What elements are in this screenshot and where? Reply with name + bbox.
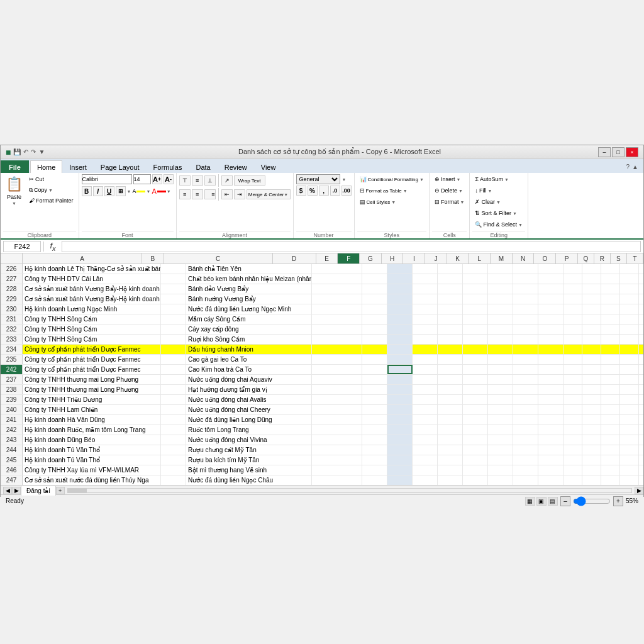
cell-i[interactable] (463, 294, 488, 304)
cell-k[interactable] (513, 425, 538, 435)
cell-k[interactable] (513, 475, 538, 485)
cell-f[interactable] (387, 264, 413, 274)
tab-view[interactable]: View (254, 160, 283, 173)
cell-g[interactable] (413, 445, 438, 455)
tab-formulas[interactable]: Formulas (147, 160, 189, 173)
cell-j[interactable] (488, 284, 513, 294)
col-header-j[interactable]: J (425, 253, 447, 264)
cell-n[interactable] (582, 415, 601, 425)
cell-n[interactable] (582, 385, 601, 394)
cell-e[interactable] (362, 435, 387, 445)
cell-n[interactable] (582, 405, 601, 414)
cell-m[interactable] (564, 274, 582, 284)
cell-k[interactable] (513, 415, 538, 425)
cell-o[interactable] (601, 284, 620, 294)
cell-p[interactable] (620, 395, 639, 404)
cell-k[interactable] (513, 365, 538, 374)
cell-i[interactable] (463, 304, 488, 314)
cell-g[interactable] (413, 395, 438, 404)
cell-p[interactable] (620, 475, 639, 485)
fill-dropdown[interactable]: ▼ (487, 189, 492, 193)
cell-f[interactable] (387, 294, 413, 304)
align-bottom-button[interactable]: ⊥ (204, 175, 216, 186)
cell-g[interactable] (413, 335, 438, 344)
cell-c[interactable]: Rượu ba kích tím Mỹ Tân (186, 455, 312, 465)
cell-d[interactable] (312, 475, 362, 485)
col-header-h[interactable]: H (382, 253, 404, 264)
cell-n[interactable] (582, 375, 601, 384)
cell-i[interactable] (463, 475, 488, 485)
table-row[interactable]: 239 Công ty TNHH Triều Dương Nước uống đ… (1, 395, 643, 405)
cell-m[interactable] (564, 375, 582, 384)
cell-e[interactable] (362, 385, 387, 394)
page-layout-view-button[interactable]: ▣ (536, 497, 547, 506)
sheet-tab-dang-tai[interactable]: Đăng tải (21, 486, 56, 496)
cell-k[interactable] (513, 445, 538, 455)
cell-g[interactable] (413, 365, 438, 374)
tab-page-layout[interactable]: Page Layout (94, 160, 147, 173)
cell-h[interactable] (438, 294, 463, 304)
cell-g[interactable] (413, 314, 438, 324)
cell-a[interactable]: Công ty TNHH DTV Cái Lân (23, 274, 161, 284)
cell-i[interactable] (463, 465, 488, 475)
col-header-t[interactable]: T (627, 253, 643, 264)
table-row[interactable]: 242 Hộ kinh doanh Ruốc, mắm tôm Long Tra… (1, 425, 643, 435)
cell-c[interactable]: Bánh dẻo Vương Bẩy (186, 284, 312, 294)
cell-a[interactable]: Hộ kinh doanh Hà Văn Dũng (23, 415, 161, 425)
cell-m[interactable] (564, 415, 582, 425)
cell-h[interactable] (438, 415, 463, 425)
cell-c[interactable]: Ruợi kho Sông Cầm (186, 335, 312, 344)
cell-o[interactable] (601, 445, 620, 455)
cell-p[interactable] (620, 264, 639, 274)
cell-e[interactable] (362, 274, 387, 284)
cell-g[interactable] (413, 274, 438, 284)
cell-j[interactable] (488, 475, 513, 485)
cell-b[interactable] (161, 365, 186, 374)
cell-k[interactable] (513, 455, 538, 465)
cell-m[interactable] (564, 475, 582, 485)
increase-decimal-button[interactable]: .00 (341, 186, 352, 196)
find-select-button[interactable]: 🔍 Find & Select ▼ (472, 219, 525, 230)
cell-i[interactable] (463, 365, 488, 374)
clear-dropdown[interactable]: ▼ (496, 200, 501, 204)
border-dropdown[interactable]: ▼ (127, 189, 131, 194)
cell-f[interactable] (387, 335, 413, 344)
cell-g[interactable] (413, 425, 438, 435)
cell-m[interactable] (564, 294, 582, 304)
col-header-f[interactable]: F (338, 253, 360, 264)
table-row[interactable]: 233 Công ty TNHH Sông Cầm Ruợi kho Sông … (1, 335, 643, 345)
cell-n[interactable] (582, 395, 601, 404)
table-row[interactable]: 230 Hộ kinh doanh Lương Ngọc Minh Nước đ… (1, 304, 643, 314)
cell-l[interactable] (538, 335, 564, 344)
cell-d[interactable] (312, 335, 362, 344)
next-sheet-button[interactable]: ▶ (12, 487, 21, 494)
cell-a[interactable]: Công ty TNHH Sông Cầm (23, 335, 161, 344)
cell-p[interactable] (620, 465, 639, 475)
cell-b[interactable] (161, 345, 186, 354)
cell-n[interactable] (582, 325, 601, 334)
cell-d[interactable] (312, 304, 362, 314)
cell-m[interactable] (564, 355, 582, 364)
cell-h[interactable] (438, 425, 463, 435)
col-header-a[interactable]: A (23, 253, 142, 264)
cell-a[interactable]: Công ty TNHH Xay lúa mì VFM-WILMAR (23, 465, 161, 475)
cell-p[interactable] (620, 314, 639, 324)
cell-c[interactable]: Bánh chả Tiên Yên (186, 264, 312, 274)
col-header-m[interactable]: M (491, 253, 513, 264)
cell-f[interactable] (387, 345, 413, 354)
align-right-button[interactable]: ≡ (204, 189, 216, 199)
col-header-n[interactable]: N (513, 253, 535, 264)
cell-n[interactable] (582, 435, 601, 445)
cell-h[interactable] (438, 365, 463, 374)
cell-o[interactable] (601, 375, 620, 384)
cell-c[interactable]: Bánh nướng Vương Bẩy (186, 294, 312, 304)
cell-h[interactable] (438, 405, 463, 414)
cell-g[interactable] (413, 375, 438, 384)
cell-b[interactable] (161, 395, 186, 404)
font-size-input[interactable] (133, 174, 151, 184)
cell-o[interactable] (601, 465, 620, 475)
table-row[interactable]: 245 Hộ kinh doanh Tú Văn Thổ Rượu ba kíc… (1, 455, 643, 465)
col-header-o[interactable]: O (534, 253, 556, 264)
cell-o[interactable] (601, 415, 620, 425)
cell-g[interactable] (413, 304, 438, 314)
